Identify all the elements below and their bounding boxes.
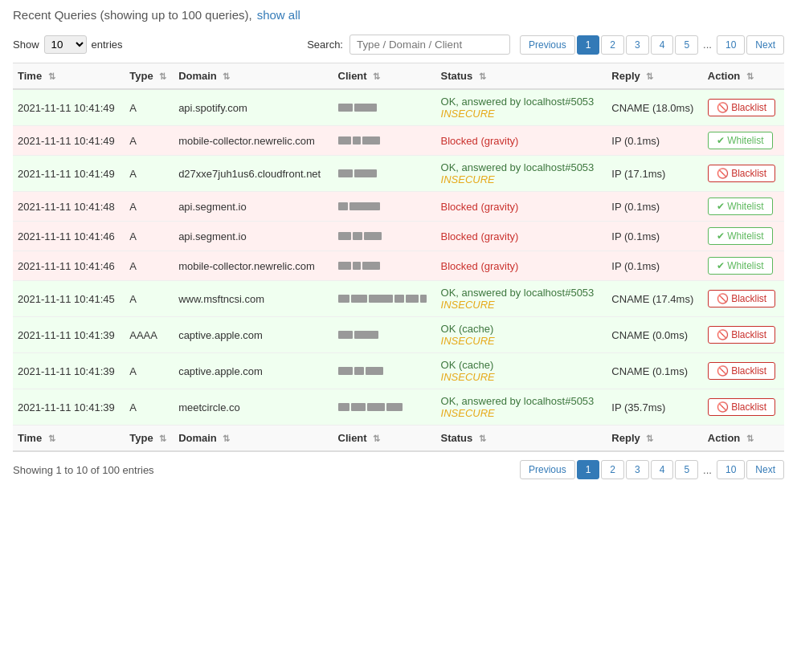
- search-label: Search:: [307, 39, 343, 51]
- cell-action: 🚫 Blacklist: [703, 281, 784, 317]
- client-bar-segment: [338, 403, 349, 411]
- whitelist-button[interactable]: ✔ Whitelist: [708, 257, 773, 275]
- blacklist-button[interactable]: 🚫 Blacklist: [708, 99, 775, 116]
- cell-client: [333, 251, 436, 281]
- page-header: Recent Queries (showing up to 100 querie…: [13, 8, 784, 22]
- cell-action: ✔ Whitelist: [703, 126, 784, 156]
- client-bar-segment: [394, 295, 404, 303]
- showing-text: Showing 1 to 10 of 100 entries: [13, 464, 154, 476]
- cell-client: [333, 281, 436, 317]
- next-button-top[interactable]: Next: [746, 35, 784, 55]
- page-1-top[interactable]: 1: [577, 35, 600, 55]
- client-bar-segment: [338, 202, 348, 210]
- cell-time: 2021-11-11 10:41:39: [13, 317, 125, 353]
- cell-status: OK (cache)INSECURE: [436, 353, 607, 389]
- page-5-bottom[interactable]: 5: [675, 460, 698, 479]
- client-bar-segment: [354, 104, 377, 112]
- cell-time: 2021-11-11 10:41:49: [13, 156, 125, 192]
- cell-domain: mobile-collector.newrelic.com: [174, 251, 333, 281]
- col-type: Type ⇅: [125, 63, 174, 90]
- next-button-bottom[interactable]: Next: [746, 460, 784, 479]
- page-3-top[interactable]: 3: [626, 35, 649, 55]
- cell-client: [333, 317, 436, 353]
- page-2-bottom[interactable]: 2: [601, 460, 624, 479]
- cell-status: OK, answered by localhost#5053INSECURE: [436, 389, 607, 426]
- page-1-bottom[interactable]: 1: [577, 460, 600, 479]
- pagination-top: Previous 1 2 3 4 5 ... 10 Next: [520, 35, 784, 55]
- cell-type: A: [125, 222, 174, 251]
- cell-client: [333, 389, 436, 426]
- search-input[interactable]: [349, 35, 510, 55]
- entries-select[interactable]: 10 25 50 100: [44, 35, 87, 54]
- blacklist-button[interactable]: 🚫 Blacklist: [708, 326, 775, 344]
- whitelist-button[interactable]: ✔ Whitelist: [708, 132, 773, 149]
- foot-col-type: Type ⇅: [125, 426, 174, 452]
- cell-status: Blocked (gravity): [436, 126, 607, 156]
- pagination-bottom: Previous 1 2 3 4 5 ... 10 Next: [520, 460, 784, 479]
- cell-status: OK, answered by localhost#5053INSECURE: [436, 156, 607, 192]
- status-ok-text: OK, answered by localhost#5053: [441, 161, 595, 173]
- page-10-top[interactable]: 10: [717, 35, 745, 55]
- cell-client: [333, 156, 436, 192]
- table-row: 2021-11-11 10:41:39Ameetcircle.coOK, ans…: [13, 389, 784, 426]
- status-insecure-text: INSECURE: [441, 371, 495, 383]
- cell-type: A: [125, 389, 174, 426]
- table-row: 2021-11-11 10:41:49Amobile-collector.new…: [13, 126, 784, 156]
- cell-reply: IP (35.7ms): [607, 389, 702, 426]
- cell-type: A: [125, 251, 174, 281]
- client-bar-segment: [362, 262, 380, 270]
- cell-time: 2021-11-11 10:41:46: [13, 222, 125, 251]
- blacklist-button[interactable]: 🚫 Blacklist: [708, 398, 775, 416]
- foot-col-reply: Reply ⇅: [607, 426, 702, 452]
- page-4-top[interactable]: 4: [651, 35, 674, 55]
- page-3-bottom[interactable]: 3: [626, 460, 649, 479]
- cell-client: [333, 353, 436, 389]
- cell-reply: IP (0.1ms): [607, 126, 702, 156]
- cell-type: A: [125, 192, 174, 222]
- prev-button-bottom[interactable]: Previous: [520, 460, 575, 479]
- status-ok-text: OK, answered by localhost#5053: [441, 287, 595, 299]
- show-all-link[interactable]: show all: [257, 8, 300, 22]
- page-2-top[interactable]: 2: [601, 35, 624, 55]
- queries-table: Time ⇅ Type ⇅ Domain ⇅ Client ⇅ Status ⇅…: [13, 63, 784, 452]
- sort-time-icon[interactable]: ⇅: [48, 71, 55, 82]
- table-row: 2021-11-11 10:41:49Aapi.spotify.comOK, a…: [13, 89, 784, 126]
- cell-action: 🚫 Blacklist: [703, 156, 784, 192]
- sort-client-icon[interactable]: ⇅: [373, 71, 380, 82]
- status-blocked-text: Blocked (gravity): [441, 230, 519, 242]
- cell-time: 2021-11-11 10:41:39: [13, 353, 125, 389]
- page-4-bottom[interactable]: 4: [651, 460, 674, 479]
- page-10-bottom[interactable]: 10: [717, 460, 745, 479]
- blacklist-button[interactable]: 🚫 Blacklist: [708, 362, 775, 380]
- client-bar-segment: [354, 331, 378, 339]
- cell-type: A: [125, 156, 174, 192]
- cell-domain: api.segment.io: [174, 192, 333, 222]
- table-row: 2021-11-11 10:41:46Aapi.segment.ioBlocke…: [13, 222, 784, 251]
- client-bar-segment: [353, 262, 361, 270]
- cell-type: A: [125, 353, 174, 389]
- sort-reply-icon[interactable]: ⇅: [646, 71, 653, 82]
- status-ok-text: OK (cache): [441, 359, 494, 371]
- whitelist-button[interactable]: ✔ Whitelist: [708, 227, 773, 245]
- blacklist-button[interactable]: 🚫 Blacklist: [708, 165, 775, 182]
- cell-reply: IP (0.1ms): [607, 222, 702, 251]
- cell-reply: CNAME (0.0ms): [607, 317, 702, 353]
- client-bar-segment: [351, 403, 366, 411]
- cell-client: [333, 222, 436, 251]
- status-insecure-text: INSECURE: [441, 407, 495, 419]
- prev-button-top[interactable]: Previous: [520, 35, 575, 55]
- cell-action: ✔ Whitelist: [703, 251, 784, 281]
- blacklist-button[interactable]: 🚫 Blacklist: [708, 290, 775, 307]
- col-domain: Domain ⇅: [174, 63, 333, 90]
- col-action: Action ⇅: [703, 63, 784, 90]
- cell-domain: api.spotify.com: [174, 89, 333, 126]
- status-ok-text: OK, answered by localhost#5053: [441, 96, 595, 108]
- sort-status-icon[interactable]: ⇅: [479, 71, 486, 82]
- sort-type-icon[interactable]: ⇅: [159, 71, 166, 82]
- page-5-top[interactable]: 5: [675, 35, 698, 55]
- sort-action-icon[interactable]: ⇅: [746, 71, 754, 82]
- client-bar-segment: [338, 136, 351, 145]
- table-row: 2021-11-11 10:41:39Acaptive.apple.comOK …: [13, 353, 784, 389]
- sort-domain-icon[interactable]: ⇅: [223, 71, 230, 82]
- whitelist-button[interactable]: ✔ Whitelist: [708, 198, 773, 215]
